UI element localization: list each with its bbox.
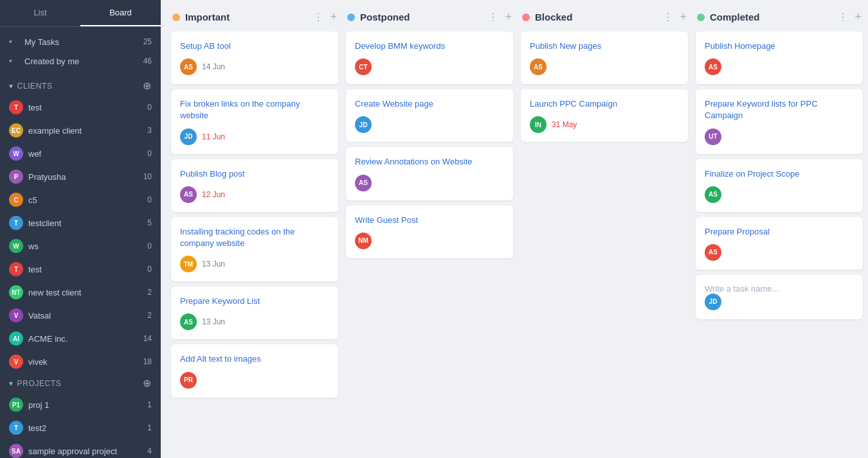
card-avatar: AS [705,244,721,261]
column-header-blocked: Blocked ⋮ + [521,10,688,24]
card[interactable]: Prepare Proposal AS [696,217,863,270]
sidebar-item-client-example-client[interactable]: EC example client 3 [0,119,161,142]
card-date: 14 Jun [202,62,225,71]
sidebar-item-client-pratyusha[interactable]: P Pratyusha 10 [0,165,161,188]
card[interactable]: Launch PPC Campaign IN31 May [521,89,688,142]
sidebar-item-client-vatsal[interactable]: V Vatsal 2 [0,304,161,327]
client-avatar: P [9,170,23,184]
clients-chevron[interactable]: ▾ [9,82,14,91]
card-avatar: JD [705,294,721,310]
column-add-button[interactable]: + [854,10,862,24]
client-label: ws [28,242,147,251]
card[interactable]: Setup AB tool AS14 Jun [171,31,338,84]
card[interactable]: Fix broken links on the company website … [171,89,338,154]
clients-list: T test 0 EC example client 3 W wef 0 P P… [0,96,161,373]
client-count: 2 [147,311,152,320]
client-count: 0 [147,149,152,158]
clients-add-button[interactable]: ⊕ [143,80,152,92]
column-menu-button[interactable]: ⋮ [313,11,325,23]
column-important: Important ⋮ + Setup AB tool AS14 Jun Fix… [171,10,338,448]
client-label: Pratyusha [28,172,143,182]
client-avatar: W [9,146,23,161]
card[interactable]: Publish Homepage AS [696,31,863,84]
sidebar-item-created-by-me[interactable]: ▪ Created by me 46 [0,51,161,71]
card[interactable]: Develop BMM keywords CT [346,31,513,84]
sidebar-item-client-new-test-client[interactable]: NT new test client 2 [0,281,161,304]
project-label: sample approval project [28,446,147,456]
card-avatar: PR [180,372,197,389]
column-dot [172,13,180,21]
card-footer: AS13 Jun [180,313,329,330]
project-avatar: SA [9,444,23,458]
main-content: Important ⋮ + Setup AB tool AS14 Jun Fix… [161,0,868,458]
sidebar-item-client-test[interactable]: T test 0 [0,96,161,119]
card[interactable]: Write Guest Post NM [346,206,513,258]
column-menu-button[interactable]: ⋮ [488,11,500,23]
column-add-button[interactable]: + [330,10,337,24]
client-label: vivek [28,357,143,367]
column-dot [697,13,705,21]
card-title: Review Annotations on Website [355,156,504,168]
column-postponed: Postponed ⋮ + Develop BMM keywords CT Cr… [346,10,513,448]
card-title: Write a task name... [705,284,854,294]
sidebar-item-client-vivek[interactable]: V vivek 18 [0,350,161,373]
card-footer: UT [705,128,854,145]
card[interactable]: Finalize on Project Scope AS [696,159,863,212]
card[interactable]: Prepare Keyword lists for PPC Campaign U… [696,89,863,154]
sidebar-item-project-proj-1[interactable]: P1 proj 1 1 [0,393,161,416]
column-add-button[interactable]: + [505,10,512,24]
created-by-me-count: 46 [143,57,152,66]
sidebar-item-client-c5[interactable]: C c5 0 [0,188,161,211]
card-footer: JD [355,116,504,133]
column-menu-button[interactable]: ⋮ [838,11,849,23]
sidebar-item-client-testclient[interactable]: T testclient 5 [0,211,161,234]
card-date: 13 Jun [202,260,225,269]
card-footer: AS [355,175,504,191]
client-avatar: NT [9,285,23,299]
tab-board[interactable]: Board [80,0,161,26]
clients-section-title[interactable]: Clients [17,82,143,91]
client-avatar: T [9,216,23,230]
sidebar-item-project-sample-approval-project[interactable]: SA sample approval project 4 [0,439,161,458]
project-avatar: T [9,421,23,435]
sidebar-item-client-test[interactable]: T test 0 [0,258,161,281]
client-label: wef [28,149,147,159]
card[interactable]: Prepare Keyword List AS13 Jun [171,286,338,339]
client-label: testclient [28,218,147,228]
sidebar-item-client-acme-inc.[interactable]: AI ACME inc. 14 [0,327,161,350]
tab-list[interactable]: List [0,0,80,26]
card-footer: IN31 May [530,116,679,133]
column-menu-button[interactable]: ⋮ [663,11,674,23]
card[interactable]: Publish New pages AS [521,31,688,84]
card-avatar: AS [180,58,197,75]
cards-container-completed: Publish Homepage AS Prepare Keyword list… [696,31,863,319]
client-label: c5 [28,195,147,205]
project-label: test2 [28,423,147,433]
my-tasks-section: ▪ My Tasks 25 ▪ Created by me 46 [0,27,161,76]
projects-chevron[interactable]: ▾ [9,379,14,388]
projects-section-title[interactable]: Projects [17,379,143,388]
card[interactable]: Installing tracking codes on the company… [171,217,338,281]
card-title: Add Alt text to images [180,353,329,365]
sidebar-item-project-test2[interactable]: T test2 1 [0,416,161,439]
card-title: Create Website page [355,98,504,110]
sidebar-item-client-ws[interactable]: W ws 0 [0,234,161,258]
card[interactable]: Publish Blog post AS12 Jun [171,159,338,212]
projects-section-header: ▾ Projects ⊕ [0,373,161,393]
board-area: Important ⋮ + Setup AB tool AS14 Jun Fix… [161,0,868,458]
card-avatar: CT [355,58,372,75]
card[interactable]: Create Website page JD [346,89,513,142]
client-label: ACME inc. [28,334,143,344]
client-count: 0 [147,265,152,274]
card[interactable]: Write a task name... JD [696,275,863,319]
card[interactable]: Review Annotations on Website AS [346,147,513,200]
column-add-button[interactable]: + [680,10,687,24]
card[interactable]: Add Alt text to images PR [171,344,338,397]
card-avatar: TM [180,256,197,272]
client-avatar: EC [9,123,23,137]
card-title: Write Guest Post [355,215,504,226]
sidebar-item-my-tasks[interactable]: ▪ My Tasks 25 [0,32,161,51]
client-label: Vatsal [28,311,147,321]
projects-add-button[interactable]: ⊕ [143,377,152,389]
sidebar-item-client-wef[interactable]: W wef 0 [0,142,161,165]
